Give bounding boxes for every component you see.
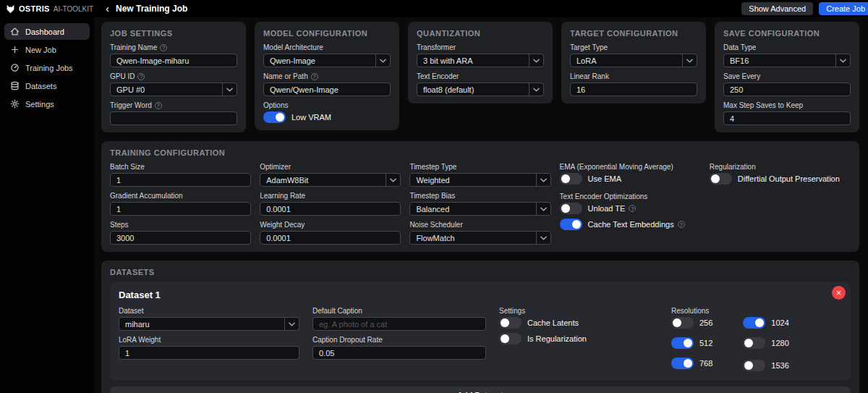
toggle-label: Low VRAM: [292, 113, 331, 122]
resolution-512-toggle[interactable]: [671, 337, 694, 349]
training-column-regularization: Regularization Differtial Output Preserv…: [710, 163, 851, 245]
toggle-label: 256: [699, 318, 712, 327]
select-value: AdamW8Bit: [260, 176, 308, 185]
timestep-bias-select[interactable]: Balanced: [409, 202, 550, 216]
chevron-down-icon: [375, 54, 390, 67]
max-step-saves-input[interactable]: [723, 111, 851, 125]
default-caption-input[interactable]: [312, 317, 486, 331]
sidebar-item-settings[interactable]: Settings: [4, 96, 90, 112]
save-data-type-select[interactable]: BF16: [723, 54, 851, 67]
sidebar-item-dashboard[interactable]: Dashboard: [4, 23, 90, 40]
name-or-path-input[interactable]: [263, 83, 391, 96]
field-label: Training Name: [110, 43, 157, 51]
toggle-label: Use EMA: [588, 174, 621, 183]
datasets-card: DATASETS × Dataset 1 Dataset miharu: [101, 261, 859, 393]
remove-dataset-button[interactable]: ×: [832, 286, 846, 300]
chevron-down-icon: [682, 54, 697, 67]
field-label: Weight Decay: [260, 221, 305, 229]
optimizer-select[interactable]: AdamW8Bit: [260, 173, 401, 187]
brand: OSTRIS AI-TOOLKIT: [6, 4, 94, 14]
create-job-button[interactable]: Create Job: [819, 2, 868, 15]
select-value: miharu: [119, 320, 150, 329]
trigger-word-input[interactable]: [110, 111, 237, 125]
resolution-768-toggle[interactable]: [671, 358, 694, 369]
sidebar-item-label: Dashboard: [25, 28, 64, 36]
field-label: Name or Path: [263, 72, 308, 80]
field-label: Default Caption: [312, 307, 362, 315]
field-label: Timestep Type: [409, 163, 456, 171]
steps-input[interactable]: [110, 231, 251, 245]
chevron-down-icon: [222, 83, 237, 96]
chevron-down-icon: [536, 174, 550, 186]
timestep-type-select[interactable]: Weighted: [409, 173, 550, 187]
resolution-1536-toggle[interactable]: [743, 360, 765, 371]
batch-size-input[interactable]: [110, 173, 251, 187]
info-icon[interactable]: ?: [160, 44, 167, 51]
field-label: Linear Rank: [570, 72, 609, 80]
chevron-down-icon: [529, 54, 543, 67]
cache-latents-toggle[interactable]: [499, 317, 522, 329]
sidebar-item-training-jobs[interactable]: Training Jobs: [4, 59, 90, 76]
dataset-column-resolutions: Resolutions 256 1024: [671, 307, 789, 373]
toggle-label: 1536: [771, 361, 788, 370]
main-content: JOB SETTINGS Training Name? GPU ID? GPU …: [94, 17, 868, 393]
ostris-logo-icon: [6, 4, 15, 14]
card-title: SAVE CONFIGURATION: [723, 29, 851, 38]
add-dataset-button[interactable]: Add Dataset: [110, 386, 851, 393]
sidebar-item-new-job[interactable]: New Job: [4, 41, 90, 58]
show-advanced-button[interactable]: Show Advanced: [741, 2, 813, 15]
sidebar-item-datasets[interactable]: Datasets: [4, 77, 90, 94]
low-vram-toggle[interactable]: [263, 111, 286, 123]
toggle-label: Differtial Output Preservation: [738, 174, 840, 183]
caption-dropout-rate-input[interactable]: [312, 346, 486, 360]
field-label: Options: [263, 101, 288, 109]
select-value: 3 bit with ARA: [417, 56, 472, 65]
resolution-1024-toggle[interactable]: [743, 317, 765, 329]
field-label: Learning Rate: [260, 192, 305, 200]
toggle-label: 1280: [771, 339, 788, 347]
resolution-256-toggle[interactable]: [671, 317, 694, 329]
info-icon[interactable]: ?: [137, 73, 145, 80]
info-icon[interactable]: ?: [155, 102, 162, 109]
topbar: OSTRIS AI-TOOLKIT ‹ New Training Job Sho…: [0, 0, 868, 17]
weight-decay-input[interactable]: [260, 231, 401, 245]
group-label: Resolutions: [671, 307, 709, 315]
gpu-id-select[interactable]: GPU #0: [110, 83, 237, 96]
save-every-input[interactable]: [723, 83, 851, 96]
field-label: Batch Size: [110, 163, 145, 171]
info-icon[interactable]: ?: [678, 221, 685, 228]
card-title: JOB SETTINGS: [110, 29, 237, 38]
back-icon[interactable]: ‹: [106, 3, 109, 14]
training-column-basic: Batch Size Gradient Accumulation Steps: [110, 163, 251, 245]
target-type-select[interactable]: LoRA: [570, 54, 697, 67]
model-architecture-select[interactable]: Qwen-Image: [263, 54, 391, 67]
training-column-optimizer: Optimizer AdamW8Bit Learning Rate Weight…: [260, 163, 401, 245]
learning-rate-input[interactable]: [260, 202, 401, 216]
unload-te-toggle[interactable]: [560, 203, 582, 214]
differential-output-preservation-toggle[interactable]: [710, 173, 732, 185]
select-value: FlowMatch: [410, 234, 454, 242]
transformer-quantization-select[interactable]: 3 bit with ARA: [417, 54, 544, 67]
noise-scheduler-select[interactable]: FlowMatch: [409, 231, 550, 245]
linear-rank-input[interactable]: [570, 83, 697, 96]
resolution-1280-toggle[interactable]: [743, 337, 765, 349]
field-label: Model Architecture: [263, 43, 323, 51]
cache-text-embeddings-toggle[interactable]: [560, 219, 582, 230]
select-value: GPU #0: [111, 85, 145, 94]
select-value: float8 (default): [417, 85, 474, 94]
dataset-select[interactable]: miharu: [119, 317, 299, 331]
use-ema-toggle[interactable]: [560, 173, 582, 185]
text-encoder-quantization-select[interactable]: float8 (default): [417, 83, 544, 96]
info-icon[interactable]: ?: [629, 205, 636, 212]
chevron-down-icon: [386, 174, 400, 186]
sidebar: Dashboard New Job Training Jobs Datasets…: [0, 17, 94, 393]
lora-weight-input[interactable]: [119, 346, 299, 360]
gradient-accumulation-input[interactable]: [110, 202, 251, 216]
training-name-input[interactable]: [110, 54, 237, 67]
info-icon[interactable]: ?: [311, 73, 318, 80]
field-label: Data Type: [723, 43, 756, 51]
is-regularization-toggle[interactable]: [499, 333, 522, 345]
gauge-icon: [10, 63, 20, 72]
select-value: LoRA: [571, 56, 597, 65]
sidebar-item-label: Training Jobs: [25, 64, 73, 72]
